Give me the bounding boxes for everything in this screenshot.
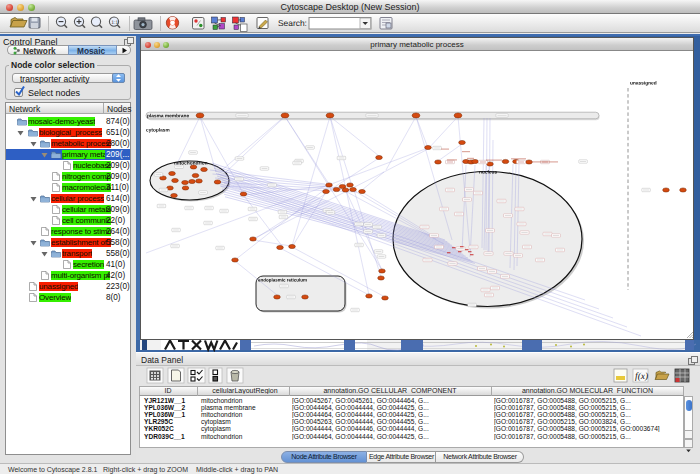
svg-text:Search:: Search: xyxy=(278,18,307,28)
svg-text:1:1: 1:1 xyxy=(111,20,118,26)
svg-text:f(x): f(x) xyxy=(635,372,648,382)
